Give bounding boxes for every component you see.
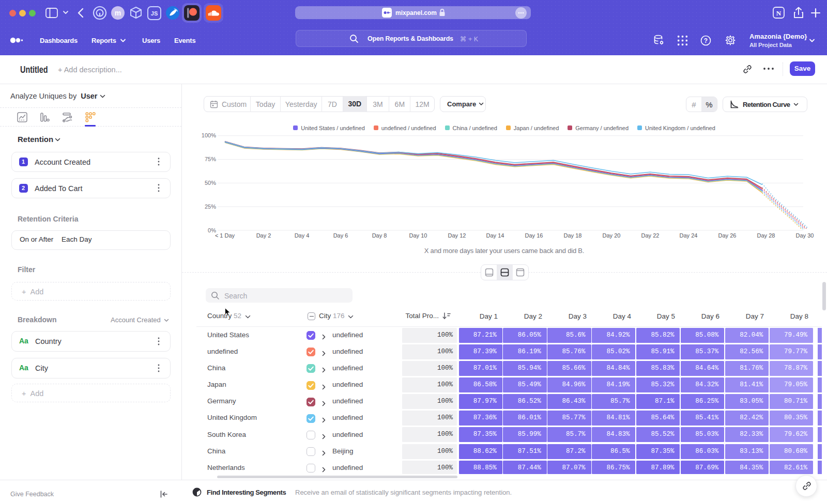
- svg-text:Day 20: Day 20: [603, 232, 621, 239]
- svg-text:Day 26: Day 26: [718, 232, 737, 239]
- svg-text:Day 22: Day 22: [641, 232, 660, 239]
- svg-text:Day 8: Day 8: [372, 232, 387, 239]
- svg-text:25%: 25%: [205, 203, 216, 210]
- svg-text:Day 16: Day 16: [525, 232, 543, 239]
- svg-text:100%: 100%: [202, 132, 216, 138]
- svg-text:Day 14: Day 14: [486, 232, 504, 239]
- svg-text:Day 18: Day 18: [564, 232, 582, 239]
- svg-text:Day 12: Day 12: [448, 232, 466, 239]
- svg-text:Day 24: Day 24: [680, 232, 698, 239]
- svg-text:Day 10: Day 10: [409, 232, 427, 239]
- svg-text:Day 2: Day 2: [256, 232, 271, 239]
- svg-text:75%: 75%: [205, 156, 216, 162]
- svg-text:< 1 Day: < 1 Day: [215, 232, 235, 239]
- svg-text:Day 30: Day 30: [796, 232, 814, 239]
- svg-text:Day 4: Day 4: [295, 232, 310, 239]
- svg-text:Day 6: Day 6: [333, 232, 348, 239]
- svg-text:50%: 50%: [205, 180, 216, 186]
- svg-text:Day 28: Day 28: [757, 232, 775, 239]
